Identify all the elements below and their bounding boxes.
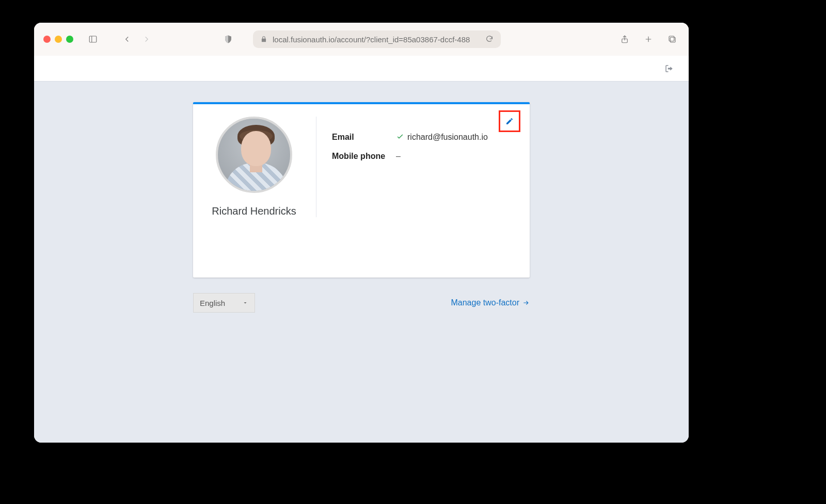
- address-bar-text: local.fusionauth.io/account/?client_id=8…: [273, 35, 480, 44]
- details-column: Email richard@fusionauth.io Mobile phone…: [332, 117, 515, 217]
- pencil-icon: [505, 117, 514, 125]
- address-bar[interactable]: local.fusionauth.io/account/?client_id=8…: [253, 30, 501, 48]
- browser-toolbar: local.fusionauth.io/account/?client_id=8…: [34, 23, 689, 56]
- svg-rect-6: [669, 36, 674, 41]
- share-button[interactable]: [617, 32, 632, 46]
- user-full-name: Richard Hendricks: [212, 205, 296, 217]
- mobile-phone-label: Mobile phone: [332, 152, 387, 161]
- logout-button[interactable]: [662, 61, 676, 76]
- new-tab-button[interactable]: [641, 32, 656, 46]
- profile-column: Richard Hendricks: [208, 117, 300, 217]
- arrow-right-icon: [522, 299, 530, 306]
- edit-profile-button[interactable]: [499, 110, 520, 132]
- account-card: Richard Hendricks Email richard@fusio: [193, 102, 530, 278]
- app-header: [34, 56, 689, 82]
- svg-rect-0: [89, 36, 97, 42]
- nav-forward-button[interactable]: [139, 32, 154, 46]
- mobile-phone-row: Mobile phone –: [332, 152, 515, 161]
- svg-rect-5: [670, 37, 675, 42]
- lock-icon: [260, 36, 267, 43]
- sidebar-toggle-button[interactable]: [86, 32, 100, 46]
- email-row: Email richard@fusionauth.io: [332, 132, 515, 142]
- page-content: Richard Hendricks Email richard@fusio: [34, 56, 689, 443]
- browser-window: local.fusionauth.io/account/?client_id=8…: [34, 23, 689, 443]
- window-controls: [43, 36, 73, 43]
- verified-check-icon: [396, 132, 404, 142]
- mobile-phone-value: –: [396, 152, 401, 161]
- column-divider: [316, 117, 316, 217]
- email-label: Email: [332, 133, 387, 142]
- avatar: [216, 117, 292, 193]
- close-window-button[interactable]: [43, 36, 51, 43]
- maximize-window-button[interactable]: [66, 36, 73, 43]
- language-select[interactable]: English: [193, 293, 255, 313]
- nav-back-button[interactable]: [120, 32, 134, 46]
- privacy-shield-icon[interactable]: [221, 32, 235, 46]
- tabs-overview-button[interactable]: [665, 32, 679, 46]
- minimize-window-button[interactable]: [55, 36, 62, 43]
- card-footer-row: English Manage two-factor: [193, 293, 530, 313]
- manage-two-factor-label: Manage two-factor: [451, 298, 519, 307]
- reload-icon[interactable]: [485, 35, 494, 43]
- manage-two-factor-link[interactable]: Manage two-factor: [451, 298, 530, 307]
- email-value: richard@fusionauth.io: [407, 133, 488, 142]
- chevron-down-icon: [242, 300, 248, 306]
- language-select-value: English: [200, 299, 225, 307]
